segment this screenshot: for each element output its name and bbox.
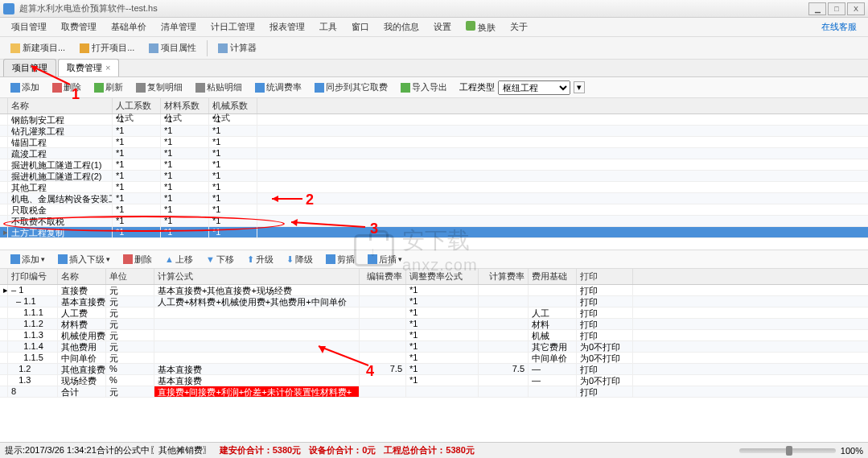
- col-calcrate-header[interactable]: 计算费率: [479, 269, 529, 284]
- cell-unit[interactable]: 元: [106, 319, 154, 329]
- cell-print[interactable]: 打印: [577, 364, 633, 374]
- cell-editrate[interactable]: [360, 375, 406, 386]
- cell-editrate[interactable]: [360, 341, 406, 352]
- project-type-extra-button[interactable]: ▾: [574, 81, 585, 93]
- move-up-button[interactable]: ▲上移: [159, 251, 199, 268]
- demote-button[interactable]: ⬇降级: [281, 251, 319, 268]
- cell-print[interactable]: 打印: [577, 330, 633, 340]
- cell-print[interactable]: 打印: [577, 296, 633, 307]
- lower-grid-row[interactable]: 1.1.1人工费元*1人工打印: [0, 307, 868, 319]
- col-printno-header[interactable]: 打印编号: [8, 269, 58, 284]
- cell-print[interactable]: 为0不打印: [577, 341, 633, 352]
- upper-grid-row[interactable]: ▸土方工程复制*1*1*1: [0, 227, 868, 238]
- cell-printno[interactable]: 1.3: [8, 375, 58, 386]
- tab-fee[interactable]: 取费管理×: [58, 59, 119, 76]
- cell-printno[interactable]: 1.2: [8, 364, 58, 374]
- cell-editrate[interactable]: [360, 307, 406, 318]
- cell-calcrate[interactable]: [479, 353, 529, 363]
- cell-f3[interactable]: *1: [209, 171, 257, 181]
- lower-grid-row[interactable]: – 1.1基本直接费元人工费+材料费+机械使用费+其他费用+中间单价*1打印: [0, 296, 868, 307]
- cell-f3[interactable]: *1: [209, 137, 257, 147]
- upper-grid-row[interactable]: 疏浚工程*1*1*1: [0, 148, 868, 159]
- cell-adjformula[interactable]: *1: [406, 375, 479, 386]
- cell-base[interactable]: —: [529, 375, 577, 386]
- cell-calcrate[interactable]: [479, 296, 529, 307]
- cell-adjformula[interactable]: *1: [406, 296, 479, 307]
- open-project-button[interactable]: 打开项目...: [74, 39, 140, 57]
- menu-tools[interactable]: 工具: [313, 19, 343, 35]
- upper-grid-row[interactable]: 机电、金属结构设备安装工程*1*1*1: [0, 193, 868, 204]
- cell-f1[interactable]: *1: [113, 171, 161, 181]
- cell-name[interactable]: 人工费: [58, 307, 106, 318]
- cell-formula[interactable]: 基本直接费+其他直接费+现场经费: [154, 285, 360, 295]
- minimize-button[interactable]: ▁: [808, 2, 826, 15]
- cell-name[interactable]: 土方工程复制: [8, 227, 113, 237]
- cell-adjformula[interactable]: *1: [406, 319, 479, 329]
- col-f2-header[interactable]: 材料系数公式: [161, 98, 209, 113]
- tab-project[interactable]: 项目管理: [3, 59, 56, 76]
- cell-name[interactable]: 机电、金属结构设备安装工程: [8, 193, 113, 204]
- cell-name[interactable]: 钻孔灌浆工程: [8, 126, 113, 136]
- paste-button[interactable]: 后插▾: [362, 251, 408, 268]
- cell-unit[interactable]: 元: [106, 296, 154, 307]
- menu-window[interactable]: 窗口: [345, 19, 376, 35]
- lower-grid-row[interactable]: 1.1.4其他费用元*1其它费用为0不打印: [0, 341, 868, 353]
- close-button[interactable]: X: [847, 2, 865, 15]
- cell-f2[interactable]: *1: [161, 227, 209, 237]
- cell-formula[interactable]: 基本直接费: [154, 364, 360, 374]
- cell-calcrate[interactable]: 7.5: [479, 364, 529, 374]
- cell-editrate[interactable]: [360, 330, 406, 340]
- cell-f1[interactable]: *1: [113, 204, 161, 215]
- adjust-rate-button[interactable]: 统调费率: [249, 79, 307, 96]
- cell-base[interactable]: 人工: [529, 307, 577, 318]
- copy-detail-button[interactable]: 复制明细: [130, 79, 188, 96]
- cell-name[interactable]: 现场经费: [58, 375, 106, 386]
- calculator-button[interactable]: 计算器: [212, 39, 262, 57]
- cell-adjformula[interactable]: *1: [406, 341, 479, 352]
- menu-daywork[interactable]: 计日工管理: [204, 19, 261, 35]
- cell-f2[interactable]: *1: [161, 137, 209, 147]
- cell-f1[interactable]: *1: [113, 227, 161, 237]
- menu-settings[interactable]: 设置: [427, 19, 458, 35]
- cell-base[interactable]: [529, 386, 577, 397]
- online-cs-link[interactable]: 在线客服: [815, 19, 863, 35]
- cell-name[interactable]: 中间单价: [58, 353, 106, 363]
- add-button[interactable]: 添加: [5, 79, 45, 96]
- cell-base[interactable]: [529, 285, 577, 295]
- cell-name[interactable]: 机械使用费: [58, 330, 106, 340]
- cell-formula[interactable]: [154, 307, 360, 318]
- cell-unit[interactable]: 元: [106, 341, 154, 352]
- paste-detail-button[interactable]: 粘贴明细: [190, 79, 248, 96]
- cell-unit[interactable]: 元: [106, 285, 154, 295]
- cell-printno[interactable]: 1.1.2: [8, 319, 58, 329]
- cell-editrate[interactable]: 7.5: [360, 364, 406, 374]
- cell-print[interactable]: 打印: [577, 307, 633, 318]
- project-type-select[interactable]: 枢纽工程: [498, 80, 570, 95]
- new-project-button[interactable]: 新建项目...: [5, 39, 71, 57]
- cell-name[interactable]: 其他费用: [58, 341, 106, 352]
- cell-f1[interactable]: *1: [113, 182, 161, 192]
- cell-print[interactable]: 打印: [577, 285, 633, 295]
- upper-grid-row[interactable]: 掘进机施工隧道工程(1)*1*1*1: [0, 159, 868, 171]
- cell-adjformula[interactable]: *1: [406, 307, 479, 318]
- cell-name[interactable]: 其他直接费: [58, 364, 106, 374]
- cell-printno[interactable]: 8: [8, 386, 58, 397]
- cell-base[interactable]: [529, 296, 577, 307]
- cell-base[interactable]: —: [529, 364, 577, 374]
- insert-below-button[interactable]: 插入下级▾: [52, 251, 116, 268]
- cell-editrate[interactable]: [360, 386, 406, 397]
- col-f1-header[interactable]: 人工系数公式: [113, 98, 161, 113]
- cell-printno[interactable]: – 1.1: [8, 296, 58, 307]
- lower-grid-row[interactable]: 8合计元直接费+间接费+利润+价差+未计价装置性材料费+打印: [0, 386, 868, 398]
- cell-editrate[interactable]: [360, 353, 406, 363]
- menu-baseprice[interactable]: 基础单价: [105, 19, 153, 35]
- cell-editrate[interactable]: [360, 319, 406, 329]
- col-adjformula-header[interactable]: 调整费率公式: [406, 269, 479, 284]
- lower-grid-row[interactable]: 1.1.5中间单价元*1中间单价为0不打印: [0, 353, 868, 364]
- cell-f2[interactable]: *1: [161, 126, 209, 136]
- cell-f2[interactable]: *1: [161, 159, 209, 170]
- col-f3-header[interactable]: 机械系数公式: [209, 98, 257, 113]
- cell-name[interactable]: 掘进机施工隧道工程(1): [8, 159, 113, 170]
- cell-name[interactable]: 直接费: [58, 285, 106, 295]
- zoom-thumb[interactable]: [786, 446, 792, 456]
